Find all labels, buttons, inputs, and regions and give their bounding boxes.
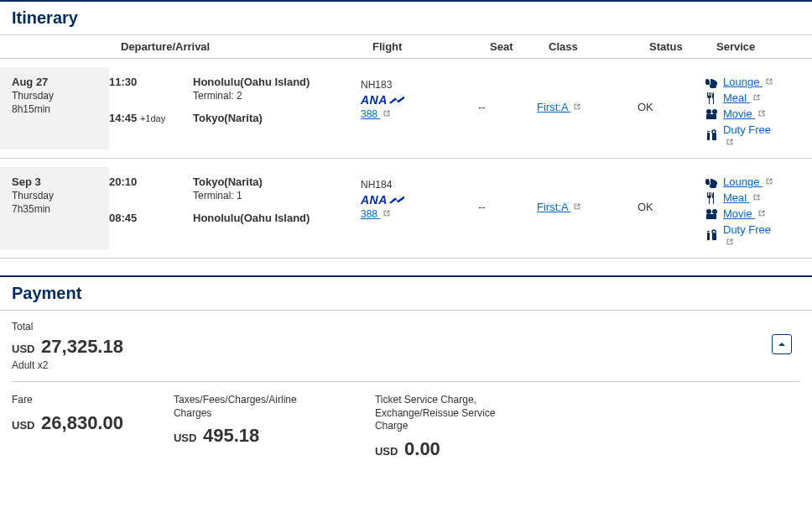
col-seat: Seat [490,40,549,53]
currency: USD [12,343,34,355]
meal-link[interactable]: Meal [723,191,761,204]
duty-free-icon [705,129,718,141]
seat-cell: -- [478,67,537,113]
lounge-icon [705,76,718,88]
segment-date: Aug 27 [12,76,109,88]
ana-logo: ANA [361,193,478,207]
fare-price: USD 26,830.00 [12,412,123,434]
segment-duration: 7h35min [12,203,109,215]
meal-icon [705,92,718,104]
duty-free-link[interactable]: Duty Free [723,223,771,246]
movie-link[interactable]: Movie [723,207,766,220]
service-charge-price: USD 0.00 [375,438,526,460]
service-charge-label: Ticket Service Charge, Exchange/Reissue … [375,394,526,433]
fare-amount: 26,830.00 [41,412,123,433]
meal-icon [705,192,718,204]
status-cell: OK [638,67,705,113]
segment-row: Aug 27 Thursday 8h15min 11:30 14:45 +1da… [0,59,812,159]
arr-time: 08:45 [109,212,137,224]
class-link[interactable]: First:A [537,201,581,213]
lounge-link[interactable]: Lounge [723,76,773,88]
seat-cell: -- [478,167,537,213]
taxes-price: USD 495.18 [174,425,325,447]
taxes-amount: 495.18 [203,425,259,446]
external-link-icon [573,202,581,211]
external-link-icon [752,193,761,202]
flight-cell: NH183 ANA 388 [361,67,478,120]
currency: USD [12,419,34,432]
external-link-icon [726,138,734,146]
lounge-icon [705,176,718,188]
col-flight: Flight [372,40,490,53]
duty-free-icon [705,229,718,241]
arr-plus-day: +1day [140,113,165,123]
duty-free-link[interactable]: Duty Free [723,123,771,146]
segment-date: Sep 3 [12,175,109,188]
ana-swoosh-icon [389,96,404,104]
external-link-icon [573,102,581,111]
service-charge-amount: 0.00 [404,438,440,459]
fare-label: Fare [12,394,123,407]
dep-terminal: Terminal: 2 [193,90,361,102]
itinerary-title: Itinerary [12,8,812,28]
arr-location: Honolulu(Oahu Island) [193,212,361,224]
external-link-icon [383,109,391,118]
itinerary-header: Itinerary [0,0,812,35]
svg-point-6 [706,209,711,214]
dep-location: Tokyo(Narita) [193,175,361,188]
svg-rect-9 [707,231,710,232]
col-class: Class [549,40,649,53]
svg-rect-8 [707,233,710,240]
class-link[interactable]: First:A [537,101,581,113]
external-link-icon [726,238,734,246]
arr-time: 14:45 [109,112,137,124]
taxes-label: Taxes/Fees/Charges/Airline Charges [174,394,325,420]
ana-logo-text: ANA [361,193,388,207]
class-cell: First:A [537,167,638,213]
chevron-up-icon [778,340,786,348]
svg-point-7 [712,209,717,214]
currency: USD [375,445,398,458]
payment-title: Payment [12,284,812,303]
svg-point-0 [706,109,711,114]
segment-locations: Honolulu(Oahu Island) Terminal: 2 Tokyo(… [193,67,361,124]
dep-terminal: Terminal: 1 [193,190,361,202]
lounge-link[interactable]: Lounge [723,175,773,188]
total-price: USD 27,325.18 [12,336,800,358]
segment-times: 11:30 14:45 +1day [109,67,193,124]
itinerary-column-headers: Departure/Arrival Flight Seat Class Stat… [0,35,812,59]
collapse-toggle-button[interactable] [772,334,792,354]
payment-header: Payment [0,275,812,311]
col-status: Status [649,40,716,53]
svg-rect-3 [707,131,710,132]
col-service: Service [716,40,812,53]
meal-link[interactable]: Meal [723,92,761,104]
ana-swoosh-icon [389,196,404,204]
dep-time: 11:30 [109,76,193,88]
flight-number: NH183 [361,79,478,91]
external-link-icon [383,209,391,217]
status-cell: OK [638,167,705,213]
external-link-icon [765,77,773,86]
segment-date-cell: Aug 27 Thursday 8h15min [0,67,109,149]
svg-rect-5 [712,133,716,140]
ana-logo: ANA [361,93,478,107]
svg-point-4 [712,130,716,133]
svg-point-1 [712,109,717,114]
external-link-icon [765,177,773,186]
movie-link[interactable]: Movie [723,107,766,120]
dep-location: Honolulu(Oahu Island) [193,76,361,88]
aircraft-link[interactable]: 388 [361,108,391,120]
movie-icon [705,108,718,120]
flight-number: NH184 [361,179,478,191]
segment-dow: Thursday [12,90,109,102]
service-cell: Lounge Meal Movie Duty Free [705,67,812,149]
col-dep-arr: Departure/Arrival [121,40,372,53]
svg-rect-2 [707,133,710,140]
segment-duration: 8h15min [12,103,109,115]
total-label: Total [12,321,800,332]
aircraft-link[interactable]: 388 [361,208,391,220]
segment-date-cell: Sep 3 Thursday 7h35min [0,167,109,249]
external-link-icon [752,93,761,102]
flight-cell: NH184 ANA 388 [361,167,478,220]
